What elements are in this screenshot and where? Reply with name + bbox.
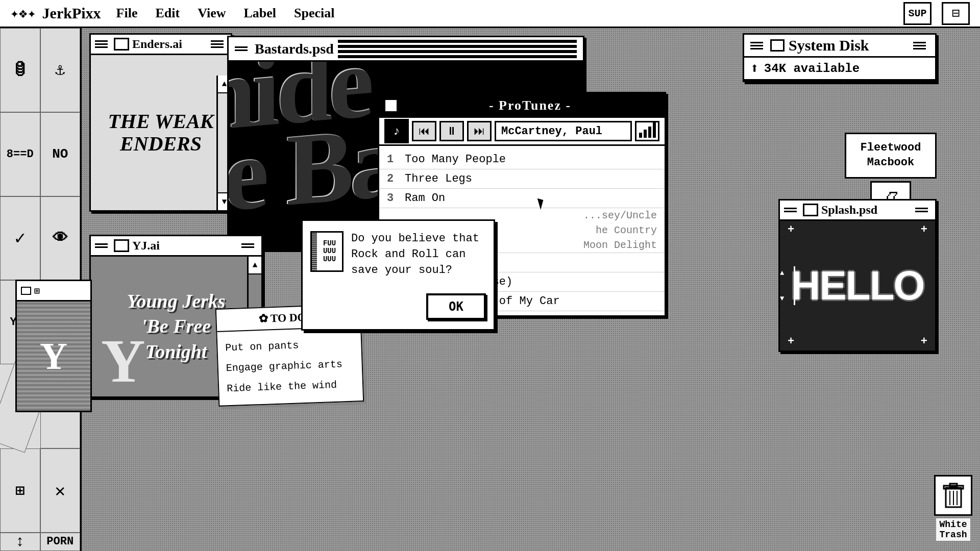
- bar-4: [653, 122, 656, 138]
- splash-title-lines: [784, 208, 797, 212]
- protunez-titlebar[interactable]: - ProTunez -: [379, 93, 665, 118]
- fleetwood-label: Fleetwood Macbook: [846, 141, 935, 170]
- scroll-dn-left: ▼: [780, 294, 794, 303]
- yj-line-1: [95, 243, 108, 245]
- yj-title-lines-r: [241, 243, 254, 248]
- track-row-1[interactable]: 1 Too Many People: [379, 150, 665, 169]
- splash-plus-tl: +: [788, 223, 794, 236]
- yj-r-2: [241, 246, 254, 248]
- dialog-icon-text: FUUUUUUUU: [323, 240, 336, 263]
- artist-name: McCartney, Paul: [501, 125, 602, 138]
- splash-content: + + + + ▲ ▼ HELLO: [780, 221, 935, 350]
- enders-close-box[interactable]: [114, 38, 129, 51]
- sd-line-1: [750, 42, 763, 43]
- splash-scroll-left[interactable]: ▲ ▼: [780, 266, 795, 305]
- apple-menu[interactable]: ✦❖✦: [10, 5, 36, 22]
- menu-icon-monitor[interactable]: ⊟: [942, 2, 970, 25]
- tool-x[interactable]: ✕: [40, 448, 81, 533]
- sw-title-label: ⊞: [34, 285, 40, 296]
- small-window-content: Y: [17, 302, 90, 411]
- bastards-scrollbars: [338, 40, 577, 58]
- track-num-2: 2: [387, 172, 405, 185]
- tool-grid[interactable]: ⊞: [0, 448, 40, 533]
- sd-close-box[interactable]: [770, 39, 785, 52]
- sp-line-2: [784, 211, 797, 212]
- protunez-sq: [385, 100, 397, 111]
- menu-label[interactable]: Label: [243, 6, 276, 21]
- s-line-1: [338, 40, 577, 43]
- splash-plus-br: +: [921, 335, 927, 348]
- tool-eye[interactable]: 👁: [40, 196, 81, 281]
- s-line-4: [338, 55, 577, 58]
- yj-titlebar[interactable]: YJ.ai: [91, 236, 261, 257]
- bar-3: [648, 127, 651, 138]
- dialog-content: FUUUUUUUU Do you believe that Rock and R…: [303, 221, 494, 288]
- menu-right: SUP ⊟: [903, 2, 970, 25]
- bastards-title: Bastards.psd: [255, 41, 334, 57]
- menu-bar: ✦❖✦ JerkPixx File Edit View Label Specia…: [0, 0, 980, 28]
- menu-icon-sup[interactable]: SUP: [903, 2, 932, 25]
- ctrl-volume-bars[interactable]: [635, 121, 659, 141]
- dialog-icon-left: [312, 233, 317, 270]
- yj-close-box[interactable]: [114, 239, 129, 252]
- sw-close[interactable]: [21, 287, 31, 295]
- todo-item-3: Ride like the wind: [227, 374, 355, 399]
- enders-art-text: THE WEAK ENDERS: [91, 110, 231, 155]
- splash-window: Splash.psd + + + + ▲ ▼ HELLO: [778, 199, 937, 352]
- menu-view[interactable]: View: [198, 6, 226, 21]
- splash-close-box[interactable]: [803, 204, 818, 216]
- menu-special[interactable]: Special: [294, 6, 334, 21]
- small-window-title[interactable]: ⊞: [17, 281, 90, 302]
- fleetwood-icon[interactable]: Fleetwood Macbook: [845, 133, 937, 179]
- sd-title-lines-r: [913, 42, 926, 49]
- track-row-2[interactable]: 2 Three Legs: [379, 169, 665, 189]
- ctrl-rewind[interactable]: ⏮: [412, 121, 436, 141]
- track-row-3[interactable]: 3 Ram On: [379, 189, 665, 208]
- tool-porn[interactable]: PORN: [40, 533, 81, 551]
- yj-title: YJ.ai: [132, 239, 160, 253]
- tool-updown[interactable]: ↕: [0, 533, 40, 551]
- enders-titlebar[interactable]: Enders.ai: [91, 35, 231, 55]
- system-disk-titlebar[interactable]: System Disk: [744, 35, 935, 58]
- title-line-2: [95, 43, 108, 45]
- bar-2: [644, 130, 647, 138]
- b-line-2: [235, 49, 248, 51]
- todo-items: Put on pants Engage graphic arts Ride li…: [217, 327, 363, 406]
- sp-r-2: [915, 211, 928, 212]
- title-line-r1: [211, 40, 224, 42]
- system-disk-window: System Disk ⬆ 34K available: [743, 33, 937, 82]
- sd-line-r3: [913, 48, 926, 49]
- track-name-3: Ram On: [405, 192, 657, 205]
- tool-anchor[interactable]: ⚓: [40, 28, 81, 112]
- splash-titlebar[interactable]: Splash.psd: [780, 201, 935, 221]
- white-trash-icon[interactable]: WhiteTrash: [934, 475, 972, 541]
- bastards-titlebar[interactable]: Bastards.psd: [229, 37, 583, 62]
- ctrl-artist: McCartney, Paul: [495, 121, 632, 141]
- dialog-button-row: OK: [303, 288, 494, 329]
- menu-edit[interactable]: Edit: [155, 6, 180, 21]
- track-name-1: Too Many People: [405, 153, 657, 166]
- yj-scroll-up[interactable]: ▲: [249, 257, 261, 274]
- sd-line-3: [750, 48, 763, 49]
- menu-file[interactable]: File: [116, 6, 138, 21]
- protunez-controls: ♪ ⏮ ⏸ ⏭ McCartney, Paul: [379, 118, 665, 146]
- track-num-3: 3: [387, 192, 405, 205]
- system-disk-available: 34K available: [764, 62, 860, 76]
- white-trash-label: WhiteTrash: [936, 518, 970, 541]
- splash-title: Splash.psd: [821, 203, 877, 217]
- enders-title-lines-right: [211, 40, 224, 48]
- splash-plus-bl: +: [788, 335, 794, 348]
- sd-line-r2: [913, 45, 926, 46]
- sw-content-symbol: Y: [40, 334, 67, 378]
- tool-8d[interactable]: 8==D: [0, 112, 40, 196]
- ctrl-pause[interactable]: ⏸: [439, 121, 464, 141]
- ctrl-forward[interactable]: ⏭: [467, 121, 492, 141]
- title-line-r3: [211, 46, 224, 48]
- sd-line-r1: [913, 42, 926, 43]
- dialog-ok-button[interactable]: OK: [426, 293, 486, 320]
- tool-check[interactable]: ✓: [0, 196, 40, 281]
- yj-r-1: [241, 243, 254, 245]
- title-line-r2: [211, 43, 224, 45]
- tool-drum[interactable]: 🛢: [0, 28, 40, 112]
- tool-no[interactable]: NO: [40, 112, 81, 196]
